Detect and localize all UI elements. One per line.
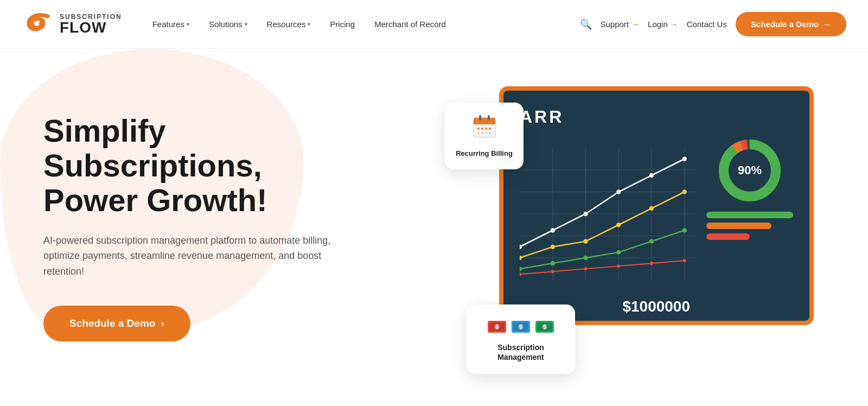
- svg-point-27: [616, 189, 621, 194]
- svg-point-32: [583, 239, 588, 244]
- svg-point-25: [551, 228, 555, 232]
- svg-point-29: [682, 157, 687, 161]
- svg-point-34: [649, 206, 654, 211]
- schedule-demo-button-header[interactable]: Schedule a Demo →: [736, 12, 846, 36]
- hero-visual: Recurring Billing ARR: [445, 70, 846, 385]
- svg-point-46: [650, 262, 653, 265]
- nav-pricing[interactable]: Pricing: [321, 15, 363, 33]
- bar-charts: [706, 212, 793, 240]
- logo-icon: [22, 8, 54, 41]
- svg-point-6: [477, 128, 480, 130]
- svg-point-7: [481, 128, 483, 130]
- nav-right: 🔍 Support → Login → Contact Us Schedule …: [580, 12, 847, 36]
- contact-link[interactable]: Contact Us: [687, 20, 727, 29]
- svg-text:$: $: [543, 324, 546, 330]
- svg-rect-5: [488, 115, 490, 120]
- svg-point-12: [485, 132, 487, 134]
- dollar-icon-2: $: [510, 316, 531, 337]
- bar-red: [706, 233, 750, 240]
- chevron-down-icon: ▾: [245, 21, 247, 27]
- svg-point-44: [584, 267, 587, 270]
- search-icon[interactable]: 🔍: [580, 18, 592, 30]
- svg-point-45: [617, 264, 620, 268]
- support-link[interactable]: Support →: [601, 20, 640, 29]
- logo-flow: FLOW: [60, 20, 122, 35]
- arr-chart: [520, 138, 695, 290]
- main-nav: Features ▾ Solutions ▾ Resources ▾ Prici…: [144, 15, 580, 33]
- board-title: ARR: [520, 107, 793, 127]
- nav-merchant[interactable]: Merchant of Record: [366, 15, 455, 33]
- svg-point-43: [551, 270, 554, 273]
- svg-point-35: [682, 189, 687, 194]
- donut-percent-label: 90%: [738, 163, 762, 177]
- svg-point-10: [477, 132, 480, 134]
- svg-text:$: $: [495, 324, 499, 330]
- svg-point-13: [489, 132, 491, 134]
- board-amount: $1000000: [622, 298, 690, 315]
- recurring-billing-card: Recurring Billing: [445, 103, 524, 169]
- chevron-down-icon: ▾: [308, 21, 310, 27]
- subscription-icons: $ $ $: [487, 316, 555, 337]
- svg-point-42: [520, 272, 521, 276]
- svg-point-26: [583, 212, 588, 216]
- nav-solutions[interactable]: Solutions ▾: [200, 15, 256, 33]
- logo-text: SUBSCRIPTION FLOW: [60, 14, 122, 35]
- svg-point-40: [649, 239, 654, 244]
- subscription-management-card: $ $ $ Subscription Management: [467, 304, 575, 374]
- hero-content: Simplify Subscriptions, Power Growth! AI…: [43, 113, 391, 341]
- dollar-icon-3: $: [534, 316, 555, 337]
- dashboard-board: ARR: [499, 86, 814, 325]
- svg-point-33: [616, 223, 621, 227]
- chart-area: $1000000: [520, 138, 695, 310]
- bar-green: [706, 212, 793, 218]
- arrow-icon: →: [631, 20, 639, 29]
- svg-point-30: [520, 256, 522, 260]
- svg-point-36: [520, 267, 522, 271]
- hero-section: Simplify Subscriptions, Power Growth! AI…: [0, 49, 868, 406]
- subscription-management-label: Subscription Management: [478, 342, 563, 362]
- schedule-demo-button-hero[interactable]: Schedule a Demo ›: [43, 306, 190, 341]
- dollar-icon-1: $: [487, 316, 507, 337]
- svg-point-28: [649, 173, 654, 177]
- svg-point-9: [489, 128, 491, 130]
- login-link[interactable]: Login →: [648, 20, 678, 29]
- svg-point-31: [551, 245, 555, 249]
- svg-text:$: $: [519, 324, 522, 330]
- calendar-icon: [471, 113, 497, 145]
- hero-title: Simplify Subscriptions, Power Growth!: [43, 113, 391, 217]
- svg-rect-3: [474, 122, 495, 124]
- recurring-billing-label: Recurring Billing: [456, 149, 513, 158]
- svg-point-8: [485, 128, 487, 130]
- svg-point-47: [683, 259, 686, 262]
- svg-point-39: [616, 250, 621, 255]
- svg-point-11: [481, 132, 483, 134]
- arrow-icon: →: [670, 20, 678, 29]
- svg-point-41: [682, 228, 687, 232]
- nav-features[interactable]: Features ▾: [144, 15, 198, 33]
- chevron-down-icon: ▾: [187, 21, 189, 27]
- logo[interactable]: SUBSCRIPTION FLOW: [22, 8, 122, 41]
- svg-rect-4: [479, 115, 481, 120]
- donut-area: 90%: [706, 138, 793, 310]
- svg-point-38: [583, 256, 588, 260]
- donut-chart: 90%: [717, 138, 782, 203]
- hero-description: AI-powered subscription management platf…: [43, 233, 336, 280]
- svg-point-37: [551, 261, 555, 265]
- header: SUBSCRIPTION FLOW Features ▾ Solutions ▾…: [0, 0, 868, 49]
- bar-orange: [706, 223, 771, 229]
- nav-resources[interactable]: Resources ▾: [258, 15, 320, 33]
